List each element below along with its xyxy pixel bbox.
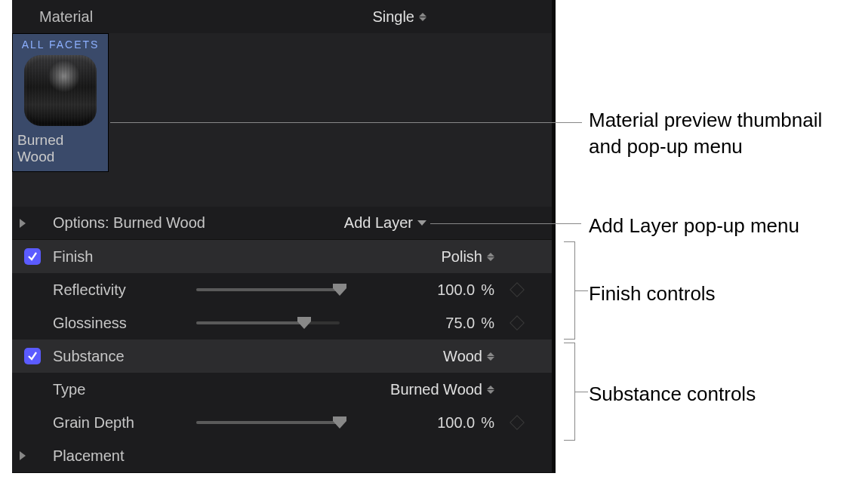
material-preview-thumbnail[interactable]	[24, 55, 97, 126]
svg-marker-2	[333, 416, 346, 429]
svg-marker-1	[297, 317, 311, 329]
facets-area: ALL FACETS Burned Wood	[12, 33, 552, 207]
type-row: Type Burned Wood	[12, 373, 552, 406]
substance-preset-popup[interactable]: Wood	[443, 348, 494, 365]
svg-marker-0	[333, 284, 346, 296]
glossiness-value: 75.0	[445, 315, 475, 332]
bracket-icon	[565, 241, 575, 340]
reflectivity-value: 100.0	[437, 281, 475, 299]
glossiness-unit: %	[481, 315, 494, 332]
callout-line	[110, 122, 582, 123]
facet-caption: Burned Wood	[13, 131, 108, 171]
glossiness-slider[interactable]	[196, 315, 340, 330]
keyframe-icon[interactable]	[510, 282, 525, 297]
bracket-icon	[565, 343, 575, 441]
chevron-down-icon	[417, 220, 426, 226]
callout-line	[430, 223, 581, 224]
add-layer-popup[interactable]: Add Layer	[344, 214, 426, 232]
type-value: Burned Wood	[390, 381, 482, 398]
popup-icon	[487, 253, 494, 261]
disclosure-icon[interactable]	[20, 451, 26, 460]
grain-depth-slider[interactable]	[196, 415, 340, 430]
popup-icon	[419, 13, 426, 21]
type-label: Type	[53, 381, 196, 398]
keyframe-icon[interactable]	[510, 415, 525, 430]
material-panel: Material Single ALL FACETS Burned Wood O…	[12, 0, 556, 473]
reflectivity-unit: %	[481, 281, 494, 299]
disclosure-icon[interactable]	[20, 219, 26, 228]
material-mode-value: Single	[372, 8, 414, 26]
material-mode-popup[interactable]: Single	[372, 8, 426, 26]
material-title: Material	[39, 8, 303, 26]
facet-tile-header: ALL FACETS	[13, 34, 108, 54]
substance-header-row: Substance Wood	[12, 340, 552, 373]
reflectivity-row: Reflectivity 100.0 %	[12, 273, 552, 306]
substance-title: Substance	[53, 348, 196, 365]
reflectivity-slider[interactable]	[196, 282, 340, 297]
callout-finish: Finish controls	[589, 281, 716, 307]
placement-row: Placement	[12, 439, 552, 472]
facet-tile[interactable]: ALL FACETS Burned Wood	[12, 33, 109, 172]
popup-icon	[487, 386, 494, 394]
grain-depth-label: Grain Depth	[53, 414, 196, 432]
finish-header-row: Finish Polish	[12, 240, 552, 273]
reflectivity-label: Reflectivity	[53, 281, 196, 299]
placement-title: Placement	[53, 447, 196, 465]
options-label: Options: Burned Wood	[53, 214, 344, 232]
glossiness-row: Glossiness 75.0 %	[12, 306, 552, 340]
grain-depth-row: Grain Depth 100.0 %	[12, 406, 552, 439]
grain-depth-value: 100.0	[437, 414, 475, 432]
add-layer-label: Add Layer	[344, 214, 413, 232]
keyframe-icon[interactable]	[510, 315, 525, 330]
callout-substance: Substance controls	[589, 381, 756, 407]
finish-checkbox[interactable]	[24, 248, 41, 265]
glossiness-label: Glossiness	[53, 315, 196, 332]
material-header: Material Single	[12, 0, 552, 33]
grain-depth-unit: %	[481, 414, 494, 432]
substance-preset-value: Wood	[443, 348, 482, 365]
finish-preset-popup[interactable]: Polish	[442, 248, 494, 266]
callout-preview: Material preview thumbnail and pop-up me…	[589, 107, 853, 160]
substance-checkbox[interactable]	[24, 348, 41, 364]
callout-add-layer: Add Layer pop-up menu	[589, 213, 799, 239]
finish-preset-value: Polish	[442, 248, 482, 266]
popup-icon	[487, 352, 494, 361]
finish-title: Finish	[53, 248, 196, 266]
type-popup[interactable]: Burned Wood	[390, 381, 494, 398]
